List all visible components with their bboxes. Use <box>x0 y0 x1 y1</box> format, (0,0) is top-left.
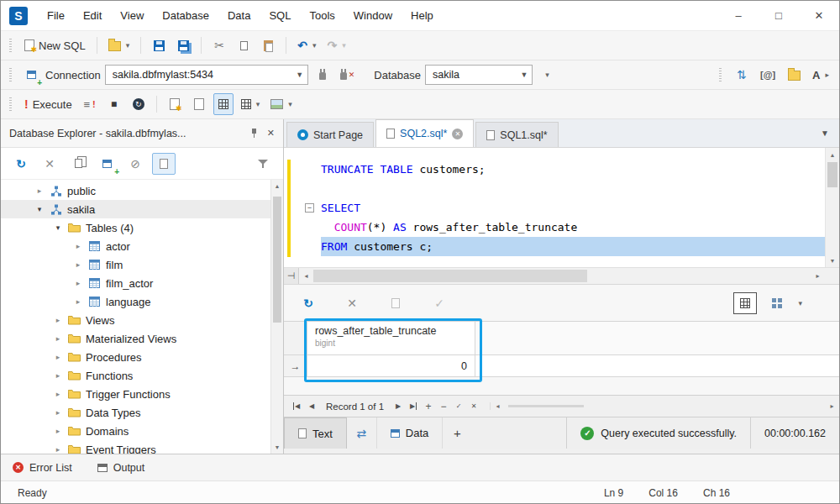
menu-item-data[interactable]: Data <box>218 1 260 30</box>
scroll-up-icon[interactable]: ▲ <box>271 180 283 192</box>
redo-button[interactable]: ↷ ▾ <box>323 34 349 56</box>
query-plan-button[interactable] <box>165 93 185 115</box>
tree-node-event-triggers[interactable]: ▸Event Triggers <box>1 440 270 454</box>
menu-item-sql[interactable]: SQL <box>260 1 300 30</box>
new-sql-button[interactable]: New SQL <box>21 34 89 56</box>
scroll-thumb[interactable] <box>827 162 837 187</box>
disconnect-button[interactable]: ⊘ <box>123 153 147 175</box>
add-view-button[interactable]: + <box>443 417 471 449</box>
tree-node-film[interactable]: ▸film <box>1 255 270 274</box>
end-edit-button[interactable]: ✓ <box>451 399 466 414</box>
card-view-button[interactable] <box>765 292 789 314</box>
scroll-down-icon[interactable]: ▼ <box>271 441 283 454</box>
scroll-track[interactable] <box>313 268 811 284</box>
chevron-right-icon[interactable]: ▸ <box>53 316 63 324</box>
grid-cell-value[interactable]: 0 <box>307 355 475 377</box>
append-record-button[interactable]: + <box>421 399 436 414</box>
database-combobox[interactable]: sakila ▼ <box>425 65 533 85</box>
database-dropdown-button[interactable]: ▾ <box>537 64 557 86</box>
chevron-down-icon[interactable]: ▼ <box>517 66 532 84</box>
tree-node-tables-4[interactable]: ▾Tables (4) <box>1 218 270 237</box>
chevron-right-icon[interactable]: ▸ <box>73 242 83 250</box>
tree-node-materialized-views[interactable]: ▸Materialized Views <box>1 329 270 348</box>
menu-item-tools[interactable]: Tools <box>300 1 344 30</box>
chevron-down-icon[interactable]: ▾ <box>53 223 63 232</box>
export-data-button[interactable] <box>385 292 407 314</box>
grid-view-button[interactable] <box>733 292 757 314</box>
new-connection-button[interactable]: + <box>95 153 118 175</box>
debug-button[interactable]: ↻ <box>129 93 149 115</box>
apply-changes-button[interactable]: ✓ <box>428 292 450 314</box>
scroll-down-icon[interactable]: ▼ <box>826 254 839 267</box>
tree-node-language[interactable]: ▸language <box>1 292 270 311</box>
copy-button[interactable] <box>234 34 254 56</box>
open-file-button[interactable]: ▾ <box>105 34 134 56</box>
chevron-right-icon[interactable]: ▸ <box>53 353 63 361</box>
maximize-button[interactable]: □ <box>759 1 799 30</box>
tree-node-trigger-functions[interactable]: ▸Trigger Functions <box>1 385 270 403</box>
tree-node-views[interactable]: ▸Views <box>1 311 270 329</box>
delete-button[interactable]: ✕ <box>38 153 61 175</box>
menu-item-file[interactable]: File <box>38 1 74 30</box>
save-button[interactable] <box>149 34 169 56</box>
chevron-right-icon[interactable]: ▸ <box>73 297 83 306</box>
menu-item-help[interactable]: Help <box>402 1 443 30</box>
disconnect-button[interactable]: ✕ <box>337 64 359 86</box>
tree-node-public[interactable]: ▸public <box>1 181 270 200</box>
chevron-down-icon[interactable]: ▾ <box>798 299 802 307</box>
tab-output[interactable]: Output <box>97 462 145 474</box>
chevron-right-icon[interactable]: ▸ <box>53 445 63 454</box>
scroll-thumb[interactable] <box>508 405 584 407</box>
cancel-edit-button[interactable]: ✕ <box>466 399 481 414</box>
scroll-thumb[interactable] <box>273 197 281 323</box>
tree-node-procedures[interactable]: ▸Procedures <box>1 348 270 366</box>
tree-node-film-actor[interactable]: ▸film_actor <box>1 274 270 292</box>
tree-node-data-types[interactable]: ▸Data Types <box>1 403 270 422</box>
last-record-button[interactable]: ▶ <box>406 399 421 414</box>
filter-button[interactable] <box>251 153 275 175</box>
sql-editor[interactable]: − TRUNCATE TABLE customers;SELECT COUNT(… <box>284 148 839 267</box>
chevron-right-icon[interactable]: ▸ <box>53 371 63 380</box>
toolbar-grip[interactable] <box>9 97 12 112</box>
chevron-down-icon[interactable]: ▼ <box>292 66 307 84</box>
close-button[interactable]: ✕ <box>799 1 839 30</box>
execute-button[interactable]: ! Execute <box>21 93 76 115</box>
duplicate-button[interactable] <box>66 153 90 175</box>
splitter-handle[interactable]: ⊣ <box>284 268 299 284</box>
tree-node-actor[interactable]: ▸actor <box>1 237 270 255</box>
stop-button[interactable]: ■ <box>104 93 124 115</box>
visualizer-button[interactable]: ▾ <box>267 93 296 115</box>
scroll-right-icon[interactable]: ▸ <box>825 402 839 410</box>
find-object-button[interactable]: [@] <box>757 64 779 86</box>
document-tab-sql2sql[interactable]: SQL2.sql*✕ <box>375 119 474 147</box>
next-record-button[interactable]: ▶ <box>391 399 406 414</box>
execute-settings-button[interactable]: ≡ ! <box>80 93 100 115</box>
grid-horizontal-scrollbar[interactable]: ◂ ▸ <box>490 402 839 410</box>
menu-item-database[interactable]: Database <box>153 1 218 30</box>
connection-combobox[interactable]: sakila.dbfmylast:5434 ▼ <box>105 65 308 85</box>
connection-button[interactable]: + <box>21 64 41 86</box>
refresh-results-button[interactable]: ↻ <box>297 292 319 314</box>
delete-record-button[interactable]: − <box>436 399 451 414</box>
scroll-left-icon[interactable]: ◂ <box>299 268 313 284</box>
chevron-down-icon[interactable]: ▾ <box>34 205 45 213</box>
tree-scrollbar[interactable]: ▲ ▼ <box>270 180 283 454</box>
toolbar-grip[interactable] <box>9 39 12 53</box>
stop-fetch-button[interactable]: ✕ <box>341 292 363 314</box>
open-location-button[interactable] <box>784 64 804 86</box>
grid-column-header[interactable]: rows_after_table_truncate bigint <box>307 322 475 355</box>
close-icon[interactable]: ✕ <box>267 129 275 138</box>
scroll-right-icon[interactable]: ▸ <box>811 268 825 284</box>
document-tab-startpage[interactable]: Start Page <box>286 122 374 147</box>
chevron-right-icon[interactable]: ▸ <box>53 334 63 343</box>
menu-item-view[interactable]: View <box>111 1 153 30</box>
chevron-right-icon[interactable]: ▸ <box>73 260 83 269</box>
undo-button[interactable]: ↶ ▾ <box>294 34 319 56</box>
results-layout-button[interactable]: ▾ <box>238 93 264 115</box>
chevron-right-icon[interactable]: ▸ <box>53 390 63 398</box>
document-tab-sql1sql[interactable]: SQL1.sql* <box>475 122 558 147</box>
query-profiler-button[interactable] <box>189 93 209 115</box>
tree-node-functions[interactable]: ▸Functions <box>1 366 270 385</box>
chevron-right-icon[interactable]: ▸ <box>73 279 83 287</box>
tab-text[interactable]: Text <box>284 417 347 449</box>
